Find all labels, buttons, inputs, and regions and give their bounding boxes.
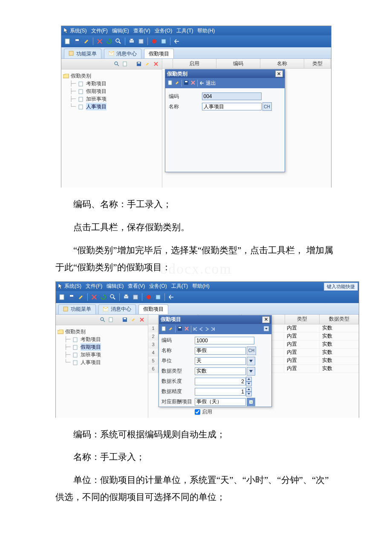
exit-icon[interactable]	[167, 293, 175, 301]
field-name-input[interactable]	[202, 103, 262, 110]
save-icon[interactable]	[73, 38, 81, 45]
menu-edit[interactable]: 编辑(E)	[112, 27, 129, 35]
spinner-down[interactable]	[246, 392, 252, 396]
menu-file[interactable]: 文件(F)	[86, 283, 102, 290]
exit-button[interactable]: 退出	[199, 80, 216, 87]
print-icon[interactable]	[128, 38, 135, 45]
new-icon[interactable]	[161, 325, 167, 333]
menu-file[interactable]: 文件(F)	[91, 27, 108, 35]
tree-root[interactable]: 假勤类别	[63, 72, 160, 80]
preview-icon[interactable]	[137, 38, 145, 45]
stop-icon[interactable]	[150, 38, 158, 45]
spinner-up[interactable]	[246, 377, 252, 382]
menu-tool[interactable]: 工具(T)	[171, 283, 188, 290]
edit-icon[interactable]	[144, 61, 151, 67]
save-icon[interactable]	[135, 61, 142, 67]
menu-view[interactable]: 查看(V)	[128, 283, 145, 290]
field-dlen-input[interactable]	[195, 378, 246, 385]
tree-child-3[interactable]: 人事项目	[63, 103, 160, 110]
field-name-input[interactable]	[195, 347, 246, 355]
menu-help[interactable]: 帮助(H)	[197, 27, 215, 35]
new-icon[interactable]	[122, 61, 129, 67]
delete-icon[interactable]	[184, 325, 189, 333]
edit-icon[interactable]	[168, 325, 173, 333]
tree-child-0[interactable]: 考勤项目	[63, 80, 160, 87]
export-icon[interactable]	[154, 293, 162, 301]
menu-edit[interactable]: 编辑(E)	[107, 283, 124, 290]
edit-icon[interactable]	[175, 79, 180, 87]
grid-header-name[interactable]: 名称	[260, 59, 304, 68]
field-dprec-input[interactable]	[195, 388, 246, 396]
tree-child-2[interactable]: 加班事项	[63, 95, 160, 103]
grid-header-datatype[interactable]: 数据类型	[320, 315, 359, 324]
tree-child-1[interactable]: 假期项目	[63, 87, 160, 95]
tree-child-2[interactable]: 加班事项	[58, 351, 146, 358]
dropdown-button[interactable]	[247, 367, 255, 376]
tree-child-0[interactable]: 考勤项目	[58, 335, 146, 343]
tree-child-3[interactable]: 人事项目	[58, 358, 146, 366]
ime-indicator[interactable]: CH	[247, 347, 256, 355]
first-icon[interactable]	[193, 325, 197, 333]
spinner[interactable]	[246, 387, 252, 396]
menu-system[interactable]: 系统(S)	[70, 27, 87, 35]
tab-message-center[interactable]: 消息中心	[98, 304, 136, 314]
preview-icon[interactable]	[132, 293, 139, 301]
edit-icon[interactable]	[83, 38, 90, 45]
search-icon[interactable]	[113, 61, 120, 67]
dropdown-button[interactable]	[247, 357, 255, 365]
prev-icon[interactable]	[199, 325, 203, 333]
new-icon[interactable]	[108, 316, 115, 323]
delete-icon[interactable]	[138, 316, 145, 323]
field-code-input[interactable]	[202, 92, 262, 100]
menu-system[interactable]: 系统(S)	[64, 283, 81, 290]
stop-icon[interactable]	[145, 293, 153, 301]
ime-indicator[interactable]: CH	[262, 102, 272, 111]
save-icon[interactable]	[68, 293, 75, 301]
export-icon[interactable]	[160, 38, 167, 45]
grid-header-type[interactable]: 类型	[285, 315, 320, 324]
tree-root[interactable]: 假勤类别	[58, 328, 146, 335]
edit-icon[interactable]	[130, 316, 137, 323]
spinner[interactable]	[246, 377, 252, 386]
menu-help[interactable]: 帮助(H)	[192, 283, 210, 290]
refresh-icon[interactable]	[105, 38, 113, 45]
enable-checkbox[interactable]	[195, 409, 200, 415]
spinner-up[interactable]	[246, 387, 252, 392]
close-button[interactable]: ✕	[262, 316, 270, 323]
search-icon[interactable]	[99, 316, 106, 323]
tree-child-1[interactable]: 假期项目	[58, 343, 146, 351]
save-icon[interactable]	[121, 316, 128, 323]
last-icon[interactable]	[211, 325, 215, 333]
grid-header-code[interactable]: 编码	[216, 59, 260, 68]
save-icon[interactable]	[177, 325, 182, 333]
search-icon[interactable]	[115, 38, 122, 45]
delete-icon[interactable]	[190, 79, 196, 87]
spinner-down[interactable]	[246, 382, 252, 386]
field-unit-input[interactable]	[195, 357, 246, 365]
tab-attendance-item[interactable]: 假勤项目	[144, 49, 174, 58]
menu-view[interactable]: 查看(V)	[133, 27, 150, 35]
save-icon[interactable]	[184, 79, 189, 87]
lookup-button[interactable]	[247, 398, 255, 406]
menu-biz[interactable]: 业务(O)	[155, 27, 172, 35]
grid-header-enable[interactable]: 启用	[173, 59, 217, 68]
grid-header-type[interactable]: 类型	[304, 59, 331, 68]
edit-icon[interactable]	[77, 293, 85, 301]
tab-function-menu[interactable]: 功能菜单	[64, 49, 101, 58]
field-dtype-input[interactable]	[195, 367, 246, 375]
delete-icon[interactable]	[90, 293, 98, 301]
new-icon[interactable]	[58, 293, 66, 301]
dropdown-icon[interactable]	[264, 325, 269, 333]
exit-icon[interactable]	[173, 38, 181, 45]
field-code-input[interactable]	[195, 337, 254, 344]
close-button[interactable]: ✕	[275, 70, 283, 77]
menu-biz[interactable]: 业务(O)	[149, 283, 167, 290]
menu-tool[interactable]: 工具(T)	[176, 27, 193, 35]
field-payitem-input[interactable]	[195, 398, 246, 406]
print-icon[interactable]	[122, 293, 130, 301]
search-icon[interactable]	[109, 293, 117, 301]
new-icon[interactable]	[168, 79, 173, 87]
next-icon[interactable]	[205, 325, 209, 333]
delete-icon[interactable]	[96, 38, 104, 45]
delete-icon[interactable]	[153, 61, 159, 67]
